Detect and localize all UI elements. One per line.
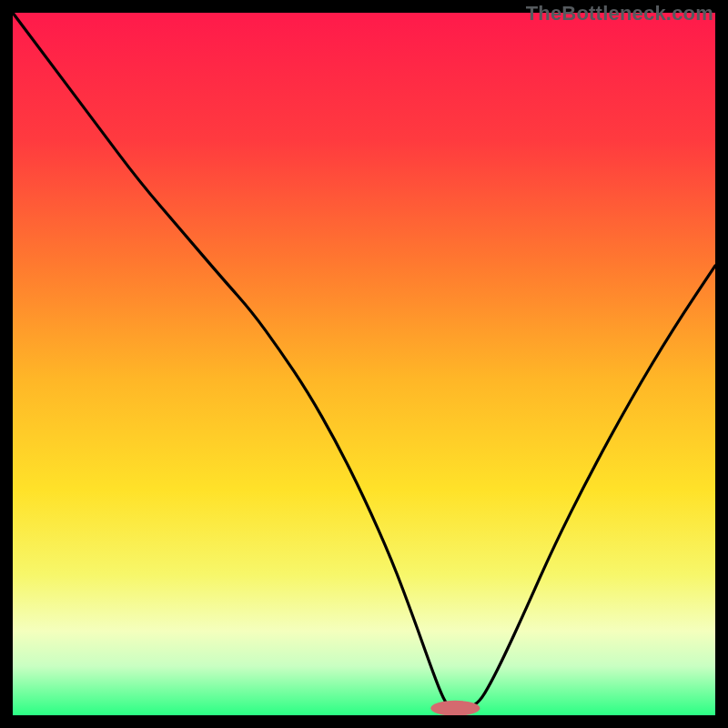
gradient-background — [13, 13, 715, 715]
chart-frame: TheBottleneck.com — [0, 0, 728, 728]
chart-svg — [13, 13, 715, 715]
minimum-marker — [430, 701, 480, 715]
plot-area — [13, 13, 715, 715]
watermark-text: TheBottleneck.com — [526, 2, 713, 25]
